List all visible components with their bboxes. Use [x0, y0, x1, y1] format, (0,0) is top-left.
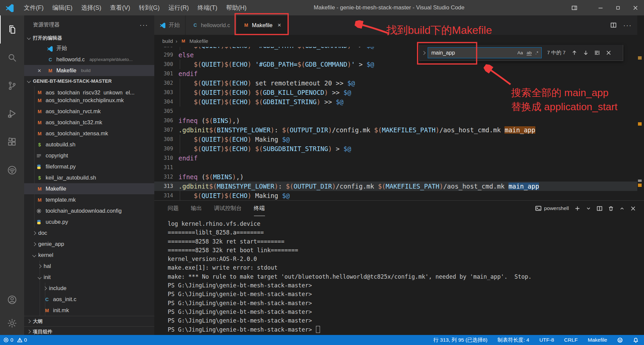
minimize-button[interactable]: [592, 0, 609, 15]
panel-tab-item[interactable]: 调试控制台: [214, 201, 242, 216]
tree-item[interactable]: Maos_toolchain_xtensa.mk: [24, 128, 154, 139]
tree-item[interactable]: Maos_toolchain_rvct.mk: [24, 106, 154, 117]
tree-item[interactable]: Minit.mk: [24, 305, 154, 316]
close-icon[interactable]: ×: [277, 22, 281, 29]
tree-item[interactable]: $keil_iar_autobuild.sh: [24, 172, 154, 183]
code-line[interactable]: 300 $(QUIET)$(ECHO) '#GDB_PATH=$(GDB_COM…: [154, 60, 637, 69]
tree-item[interactable]: copyright: [24, 150, 154, 161]
menu-item[interactable]: 查看(V): [106, 0, 135, 15]
menu-item[interactable]: 转到(G): [135, 0, 164, 15]
tree-item[interactable]: $autobuild.sh: [24, 139, 154, 150]
tree-item[interactable]: ucube.py: [24, 216, 154, 227]
tree-item[interactable]: Maos_toolchain_riscv32_unkown_el...: [24, 86, 154, 95]
code-line[interactable]: 309 $(QUIET)$(ECHO) $(SUBGDBINIT_STRING)…: [154, 144, 637, 153]
sidebar-section-header[interactable]: 大纲: [24, 316, 154, 326]
code-line[interactable]: 313 .gdbinit$(MBINSTYPE_LOWER): $(OUTPUT…: [154, 182, 637, 191]
open-editor-item[interactable]: Chelloworld.c app\example\blueto...: [24, 54, 154, 65]
tree-item[interactable]: Mtemplate.mk: [24, 194, 154, 205]
sidebar-more-actions-button[interactable]: ···: [140, 21, 148, 29]
code-line[interactable]: 310 endif: [154, 153, 637, 163]
feedback-button[interactable]: [617, 337, 623, 343]
open-editor-item[interactable]: 开始: [24, 43, 154, 54]
menu-item[interactable]: 选择(S): [77, 0, 106, 15]
close-panel-button[interactable]: [630, 206, 636, 211]
tree-item[interactable]: genie_app: [24, 238, 154, 250]
find-in-selection-button[interactable]: [594, 50, 600, 56]
activity-bar-wireless[interactable]: [0, 156, 24, 184]
code-line[interactable]: 307 .gdbinit$(BINSTYPE_LOWER): $(OUTPUT_…: [154, 125, 637, 135]
split-editor-icon[interactable]: [610, 22, 616, 28]
activity-bar-source-control[interactable]: [0, 72, 24, 100]
code-line[interactable]: 304 $(QUIET)$(ECHO) $(GDBINIT_STRING) >>…: [154, 97, 637, 107]
maximize-button[interactable]: [609, 0, 627, 15]
new-terminal-button[interactable]: [575, 206, 580, 211]
more-actions-icon[interactable]: ···: [623, 21, 632, 29]
panel-tab-item[interactable]: 输出: [191, 201, 202, 216]
close-button[interactable]: [627, 0, 644, 15]
maximize-panel-button[interactable]: [620, 206, 625, 211]
project-root-header[interactable]: GENIE-BT-MESH-STACK-MASTER: [24, 76, 154, 86]
split-terminal-button[interactable]: [597, 206, 602, 211]
code-editor[interactable]: 298 $(QUIET)$(ECHO) '#GDB_PATH=$(GDB_COM…: [154, 47, 637, 200]
status-bar-item[interactable]: Makefile: [588, 337, 607, 343]
activity-bar-manage[interactable]: [0, 312, 24, 335]
find-input[interactable]: main_app Aa ab .*: [428, 47, 542, 58]
tree-item[interactable]: hal: [24, 261, 154, 272]
customize-layout-button[interactable]: [566, 0, 583, 15]
problems-status[interactable]: 0 0: [3, 337, 27, 343]
code-line[interactable]: 312 ifneq ($(MBINS),): [154, 172, 637, 182]
menu-item[interactable]: 编辑(E): [48, 0, 77, 15]
editor-tab[interactable]: 开始: [154, 15, 185, 35]
menu-item[interactable]: 文件(F): [19, 0, 48, 15]
code-line[interactable]: 305: [154, 107, 637, 116]
previous-match-button[interactable]: [572, 50, 577, 56]
tree-item[interactable]: Maos_toolchain_rockchiplinux.mk: [24, 95, 154, 106]
tree-item[interactable]: init: [24, 272, 154, 283]
menu-item[interactable]: 帮助(H): [222, 0, 251, 15]
sidebar-section-header[interactable]: 项目组件: [24, 326, 154, 335]
status-bar-item[interactable]: CRLF: [564, 337, 578, 343]
panel-tab-item[interactable]: 问题: [168, 201, 179, 216]
panel-tab-terminal-active[interactable]: 终端: [254, 201, 265, 216]
find-query-text[interactable]: main_app: [431, 50, 455, 56]
open-editor-item[interactable]: × MMakefile build: [24, 65, 154, 76]
kill-terminal-button[interactable]: [608, 206, 614, 211]
activity-bar-run-and-debug[interactable]: [0, 100, 24, 128]
tree-item[interactable]: include: [24, 283, 154, 294]
tree-item[interactable]: fileformat.py: [24, 161, 154, 172]
tree-item[interactable]: kernel: [24, 250, 154, 261]
status-bar-item[interactable]: UTF-8: [539, 337, 554, 343]
code-line[interactable]: 301 endif: [154, 69, 637, 78]
tree-item[interactable]: Caos_init.c: [24, 294, 154, 305]
tree-item[interactable]: doc: [24, 227, 154, 238]
code-line[interactable]: 303 $(QUIET)$(ECHO) $(GDB_KILL_OPENOCD) …: [154, 88, 637, 97]
menu-item[interactable]: 运行(R): [164, 0, 193, 15]
code-line[interactable]: 306 ifneq ($(BINS),): [154, 116, 637, 125]
editor-tab[interactable]: MMakefile ×: [237, 15, 287, 35]
status-bar-item[interactable]: 行 313, 列 95 (已选择8): [433, 337, 487, 344]
whole-word-toggle[interactable]: ab: [527, 50, 532, 56]
activity-bar-explorer[interactable]: [0, 15, 24, 44]
terminal-output[interactable]: log kernel.rhino.vfs.device========liblt…: [168, 219, 639, 335]
match-case-toggle[interactable]: Aa: [517, 50, 523, 55]
code-line[interactable]: 308 $(QUIET)$(ECHO) Making $@: [154, 135, 637, 144]
code-line[interactable]: 302 $(QUIET)$(ECHO) set remotetimeout 20…: [154, 78, 637, 88]
close-button[interactable]: [606, 50, 611, 56]
toggle-replace-button[interactable]: [420, 52, 428, 54]
open-editors-section-header[interactable]: 打开的编辑器: [24, 33, 154, 43]
bell-button[interactable]: [633, 337, 639, 343]
tree-item[interactable]: MMakefile: [24, 183, 154, 194]
shell-selector[interactable]: powershell: [535, 205, 569, 211]
close-icon[interactable]: ×: [38, 68, 41, 74]
activity-bar-accounts[interactable]: [0, 288, 24, 312]
editor-tab[interactable]: Chelloworld.c: [185, 15, 237, 35]
tree-item[interactable]: Maos_toolchain_tc32.mk: [24, 117, 154, 128]
code-line[interactable]: 311: [154, 163, 637, 172]
status-bar-item[interactable]: 制表符长度: 4: [497, 337, 529, 344]
code-line[interactable]: 314 $(QUIET)$(ECHO) Making $@: [154, 191, 637, 200]
tree-item[interactable]: toolchain_autodownload.config: [24, 205, 154, 216]
dropdown-button[interactable]: [586, 206, 591, 211]
activity-bar-search[interactable]: [0, 44, 24, 72]
menu-item[interactable]: 终端(T): [193, 0, 222, 15]
activity-bar-extensions[interactable]: [0, 128, 24, 156]
